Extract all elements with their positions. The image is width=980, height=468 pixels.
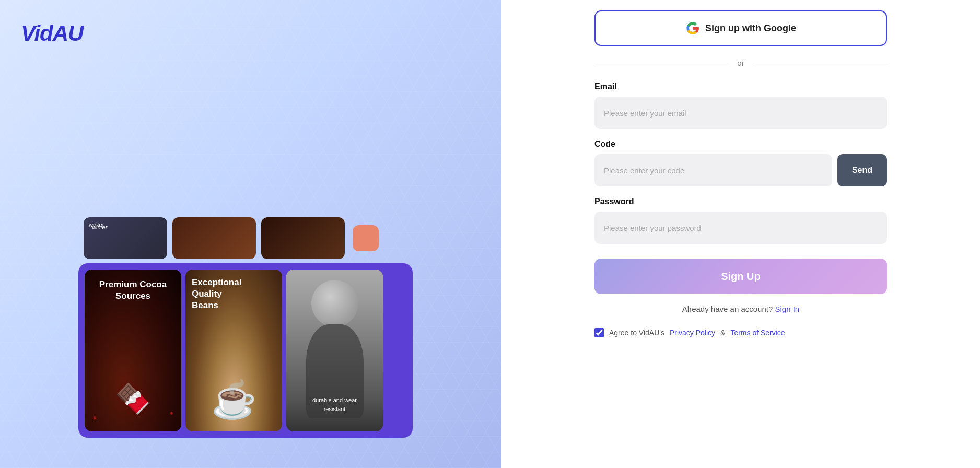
code-field-group: Code Send <box>594 139 887 186</box>
email-field-group: Email <box>594 82 887 129</box>
top-card-coffee <box>261 217 345 259</box>
coffee-cup-icon: ☕ <box>211 378 256 421</box>
email-label: Email <box>594 82 887 91</box>
winter-label: winter <box>88 220 111 235</box>
brand-logo: VidAU <box>21 21 83 46</box>
chocolate-card-label: Premium Cocoa Sources <box>91 279 175 400</box>
model-card-sublabel: durable and wearresistant <box>312 396 357 413</box>
form-container: Sign up with Google or Email Code Send P… <box>594 10 887 337</box>
cocoa-card-bg <box>172 217 256 259</box>
main-card-coffee: ☕ ExceptionalQualityBeans <box>185 270 282 431</box>
main-cards-row: 🍫 ❋ ❋ Premium Cocoa Sources ☕ Exceptiona… <box>78 263 413 438</box>
google-btn-label: Sign up with Google <box>705 23 796 34</box>
send-button[interactable]: Send <box>837 154 887 186</box>
coffee-card-label: ExceptionalQualityBeans <box>192 277 276 311</box>
petal-1: ❋ <box>92 415 97 421</box>
accent-card <box>353 225 379 251</box>
model-head <box>311 280 358 327</box>
divider-left-line <box>594 63 729 63</box>
signin-row: Already have an account? Sign In <box>594 305 887 313</box>
divider: or <box>594 58 887 67</box>
code-label: Code <box>594 139 887 149</box>
google-icon <box>685 21 700 36</box>
terms-and-text: & <box>720 329 725 337</box>
code-input[interactable] <box>594 154 832 186</box>
top-card-cocoa <box>172 217 256 259</box>
preview-container: winter 🍫 ❋ ❋ Premium <box>78 217 418 426</box>
left-panel: VidAU winter 🍫 <box>0 0 501 468</box>
terms-of-service-link[interactable]: Terms of Service <box>730 329 785 337</box>
signin-link[interactable]: Sign In <box>775 305 799 313</box>
divider-right-line <box>753 63 887 63</box>
password-label: Password <box>594 197 887 206</box>
privacy-policy-link[interactable]: Privacy Policy <box>670 329 715 337</box>
google-signup-button[interactable]: Sign up with Google <box>594 10 887 46</box>
divider-text: or <box>737 58 744 67</box>
terms-row: Agree to VidAU's Privacy Policy & Terms … <box>594 328 887 337</box>
petal-2: ❋ <box>170 411 173 416</box>
signin-prompt-text: Already have an account? <box>682 305 773 313</box>
top-cards-row: winter <box>78 217 418 259</box>
password-input[interactable] <box>594 212 887 244</box>
coffee-card-bg <box>261 217 345 259</box>
terms-checkbox[interactable] <box>594 328 604 337</box>
terms-agree-text: Agree to VidAU's <box>609 329 664 337</box>
signup-button[interactable]: Sign Up <box>594 259 887 294</box>
email-input[interactable] <box>594 97 887 129</box>
main-card-chocolate: 🍫 ❋ ❋ Premium Cocoa Sources <box>85 270 181 431</box>
password-field-group: Password <box>594 197 887 244</box>
top-card-winter: winter <box>84 217 167 259</box>
right-panel: Sign up with Google or Email Code Send P… <box>501 0 980 468</box>
main-card-model: durable and wearresistant <box>286 270 383 431</box>
code-row: Send <box>594 154 887 186</box>
